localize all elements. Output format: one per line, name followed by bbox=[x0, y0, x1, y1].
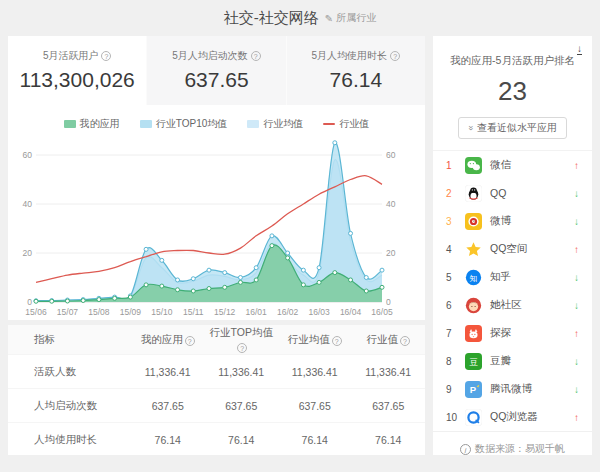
ranking-item-探探[interactable]: 7探探↑ bbox=[433, 319, 592, 347]
trend-up-icon: ↑ bbox=[574, 412, 579, 423]
app-name: 探探 bbox=[490, 326, 511, 340]
tashequ-icon bbox=[465, 297, 482, 314]
metric-name-cell: 活跃人数 bbox=[8, 355, 131, 389]
ranking-item-QQ空间[interactable]: 4QQ空间↑ bbox=[433, 235, 592, 263]
ranking-title: 我的应用-5月活跃用户排名 bbox=[433, 54, 592, 68]
ranking-panel: ↓ 我的应用-5月活跃用户排名 23 » 查看近似水平应用 1微信↑2QQ↓3微… bbox=[433, 36, 592, 455]
trend-up-icon: ↑ bbox=[574, 244, 579, 255]
rank-number: 5 bbox=[446, 272, 465, 283]
edit-industry-link[interactable]: ✎ 所属行业 bbox=[325, 11, 376, 25]
rank-number: 3 bbox=[446, 216, 465, 227]
data-source-label: 数据来源：易观千帆 bbox=[475, 442, 565, 456]
legend-label: 行业值 bbox=[339, 117, 369, 131]
info-icon[interactable] bbox=[185, 336, 195, 346]
ranking-item-她社区[interactable]: 6她社区↓ bbox=[433, 291, 592, 319]
stat-tab-active-users[interactable]: 5月活跃用户 113,300,026 bbox=[8, 36, 146, 105]
column-header: 指标 bbox=[8, 325, 131, 355]
svg-text:15/06: 15/06 bbox=[25, 307, 47, 317]
metric-value-cell: 76.14 bbox=[131, 423, 205, 457]
metric-value-cell: 637.65 bbox=[205, 389, 279, 423]
download-icon[interactable]: ↓ bbox=[577, 44, 582, 55]
ranking-item-QQ浏览器[interactable]: 10QQ浏览器↑ bbox=[433, 403, 592, 431]
legend-swatch-icon bbox=[247, 120, 259, 128]
table-row: 人均使用时长76.1476.1476.1476.14 bbox=[8, 423, 425, 457]
table-row: 活跃人数11,336.4111,336.4111,336.4111,336.41 bbox=[8, 355, 425, 389]
svg-text:20: 20 bbox=[23, 248, 33, 258]
legend-item-3[interactable]: 行业值 bbox=[323, 117, 369, 131]
svg-text:15/12: 15/12 bbox=[214, 307, 236, 317]
app-name: QQ浏览器 bbox=[490, 410, 538, 424]
left-column: 5月活跃用户 113,300,026 5月人均启动次数 637.65 5月人均使… bbox=[8, 36, 425, 455]
wechat-icon bbox=[465, 157, 482, 174]
svg-text:20: 20 bbox=[386, 248, 396, 258]
legend-item-1[interactable]: 行业TOP10均值 bbox=[140, 117, 228, 131]
ranking-item-腾讯微博[interactable]: 9P腾讯微博↓ bbox=[433, 375, 592, 403]
trend-chart[interactable]: 0020204040606015/0615/0715/0815/0915/101… bbox=[8, 132, 425, 332]
stat-label-text: 5月活跃用户 bbox=[43, 49, 99, 63]
metric-value-cell: 11,336.41 bbox=[205, 355, 279, 389]
table-header-row: 指标我的应用行业TOP均值行业均值行业值 bbox=[8, 325, 425, 355]
svg-text:15/08: 15/08 bbox=[88, 307, 110, 317]
ranking-item-知乎[interactable]: 5知知乎↓ bbox=[433, 263, 592, 291]
legend-swatch-icon bbox=[323, 123, 335, 125]
svg-text:16/04: 16/04 bbox=[340, 307, 362, 317]
info-icon[interactable] bbox=[251, 51, 261, 61]
stat-label: 5月活跃用户 bbox=[43, 49, 112, 63]
page-header: 社交-社交网络 ✎ 所属行业 bbox=[0, 0, 600, 36]
info-circle-icon bbox=[460, 444, 471, 455]
column-header: 行业均值 bbox=[278, 325, 352, 355]
trend-down-icon: ↓ bbox=[574, 384, 579, 395]
legend-label: 行业TOP10均值 bbox=[156, 117, 228, 131]
ranking-item-微博[interactable]: 3微博↓ bbox=[433, 207, 592, 235]
info-icon[interactable] bbox=[332, 336, 342, 346]
app-name: 腾讯微博 bbox=[490, 382, 532, 396]
column-header: 行业值 bbox=[352, 325, 426, 355]
ranking-item-微信[interactable]: 1微信↑ bbox=[433, 151, 592, 179]
stat-value: 113,300,026 bbox=[20, 68, 135, 92]
svg-text:15/09: 15/09 bbox=[120, 307, 142, 317]
weibo-icon bbox=[465, 213, 482, 230]
rank-number: 7 bbox=[446, 328, 465, 339]
tencent-weibo-icon: P bbox=[465, 381, 482, 398]
info-icon[interactable] bbox=[237, 343, 247, 353]
svg-text:知: 知 bbox=[470, 273, 478, 282]
stat-label-text: 5月人均使用时长 bbox=[312, 49, 388, 63]
app-name: 微信 bbox=[490, 158, 511, 172]
svg-text:16/02: 16/02 bbox=[277, 307, 299, 317]
info-icon[interactable] bbox=[390, 51, 400, 61]
data-source-footer: 数据来源：易观千帆 bbox=[433, 431, 592, 468]
app-name: QQ空间 bbox=[490, 242, 527, 256]
stat-value: 76.14 bbox=[330, 68, 383, 92]
svg-text:0: 0 bbox=[386, 297, 391, 307]
legend-swatch-icon bbox=[64, 120, 76, 128]
svg-text:60: 60 bbox=[386, 150, 396, 160]
tantan-icon bbox=[465, 325, 482, 342]
stat-tab-avg-launches[interactable]: 5月人均启动次数 637.65 bbox=[146, 36, 285, 105]
stat-tab-avg-duration[interactable]: 5月人均使用时长 76.14 bbox=[286, 36, 425, 105]
ranking-item-豆瓣[interactable]: 8豆豆瓣↓ bbox=[433, 347, 592, 375]
metric-value-cell: 637.65 bbox=[131, 389, 205, 423]
trend-up-icon: ↑ bbox=[574, 328, 579, 339]
info-icon[interactable] bbox=[400, 336, 410, 346]
edit-icon: ✎ bbox=[325, 13, 333, 24]
legend-item-0[interactable]: 我的应用 bbox=[64, 117, 120, 131]
trend-up-icon: ↑ bbox=[574, 160, 579, 171]
svg-text:16/01: 16/01 bbox=[246, 307, 268, 317]
app-name: QQ bbox=[490, 187, 506, 199]
metrics-table: 指标我的应用行业TOP均值行业均值行业值 活跃人数11,336.4111,336… bbox=[8, 325, 425, 457]
page-title: 社交-社交网络 bbox=[224, 9, 319, 28]
edit-industry-label: 所属行业 bbox=[336, 11, 376, 25]
legend-item-2[interactable]: 行业均值 bbox=[247, 117, 303, 131]
svg-text:40: 40 bbox=[23, 199, 33, 209]
app-name: 她社区 bbox=[490, 298, 522, 312]
ranking-item-QQ[interactable]: 2QQ↓ bbox=[433, 179, 592, 207]
info-icon[interactable] bbox=[101, 51, 111, 61]
stat-label: 5月人均启动次数 bbox=[172, 49, 261, 63]
view-similar-apps-button[interactable]: » 查看近似水平应用 bbox=[458, 117, 567, 139]
svg-text:豆: 豆 bbox=[469, 356, 478, 366]
rank-number: 6 bbox=[446, 300, 465, 311]
trend-chart-svg: 0020204040606015/0615/0715/0815/0915/101… bbox=[8, 132, 409, 328]
trend-down-icon: ↓ bbox=[574, 272, 579, 283]
stat-label: 5月人均使用时长 bbox=[312, 49, 401, 63]
trend-down-icon: ↓ bbox=[574, 216, 579, 227]
